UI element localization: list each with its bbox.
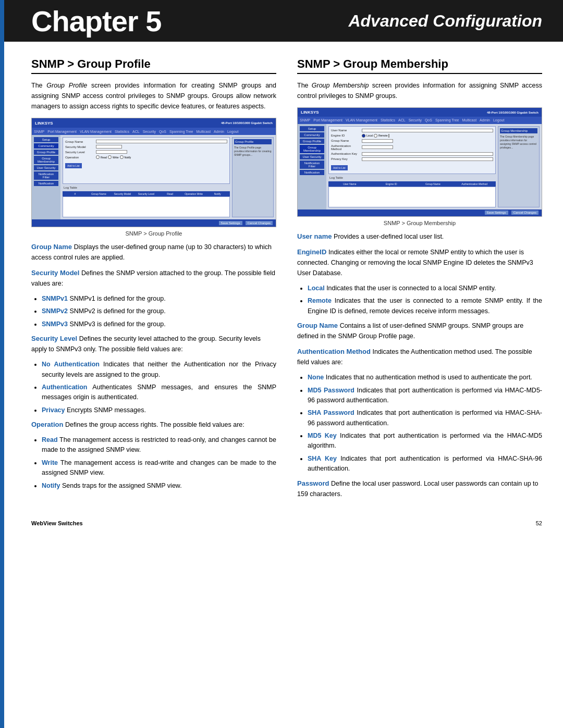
bullet-notify: Notify Sends traps for the assigned SNMP… xyxy=(42,481,276,491)
footer-page-number: 52 xyxy=(536,520,542,526)
field-username-term: User name xyxy=(297,232,332,240)
field-operation: Operation Defines the group access right… xyxy=(31,419,276,430)
security-model-list: SNMPv1 SNMPv1 is defined for the group. … xyxy=(42,294,276,329)
bullet-sha-key: SHA Key Indicates that port authenticati… xyxy=(308,454,542,474)
field-engineid: EngineID Indicates either the local or r… xyxy=(297,247,542,278)
bullet-md5-key: MD5 Key Indicates that port authenticati… xyxy=(308,431,542,451)
field-security-model-term: Security Model xyxy=(31,269,79,277)
bullet-local: Local Indicates that the user is connect… xyxy=(308,283,542,293)
field-operation-desc: Defines the group access rights. The pos… xyxy=(65,421,244,428)
field-group-name-right-term: Group Name xyxy=(297,322,338,329)
left-screenshot: LINKSYS 48-Port 10/100/1000 Gigabit Swit… xyxy=(31,118,276,227)
bullet-remote: Remote Indicates that the user is connec… xyxy=(308,296,542,316)
bullet-none: None Indicates that no authentication me… xyxy=(308,373,542,382)
field-security-level: Security Level Defines the security leve… xyxy=(31,334,276,354)
auth-method-list: None Indicates that no authentication me… xyxy=(308,373,542,474)
field-auth-method: Authentication Method Indicates the Auth… xyxy=(297,347,542,367)
right-column: SNMP > Group Membership The Group Member… xyxy=(297,57,542,504)
page-header: Chapter 5 Advanced Configuration xyxy=(0,0,563,42)
field-username: User name Provides a user-defined local … xyxy=(297,231,542,242)
bullet-snmpv3: SNMPv3 SNMPv3 is defined for the group. xyxy=(42,319,276,329)
field-security-level-term: Security Level xyxy=(31,335,77,342)
bullet-read: Read The management access is restricted… xyxy=(42,435,276,455)
bullet-snmpv2: SNMPv2 SNMPv2 is defined for the group. xyxy=(42,306,276,316)
right-screenshot-caption: SNMP > Group Membership xyxy=(297,220,542,226)
bullet-write: Write The management access is read-writ… xyxy=(42,458,276,478)
bullet-snmpv1: SNMPv1 SNMPv1 is defined for the group. xyxy=(42,294,276,304)
field-password-term: Password xyxy=(297,479,329,487)
field-group-name-term: Group Name xyxy=(31,243,72,251)
left-intro: The Group Profile screen provides inform… xyxy=(31,80,276,112)
chapter-title: Chapter 5 xyxy=(31,4,161,38)
engineid-list: Local Indicates that the user is connect… xyxy=(308,283,542,316)
field-password-desc: Define the local user password. Local us… xyxy=(297,480,538,498)
field-auth-method-term: Authentication Method xyxy=(297,348,371,355)
field-operation-term: Operation xyxy=(31,421,63,428)
right-screenshot: LINKSYS 48-Port 10/100/1000 Gigabit Swit… xyxy=(297,107,542,217)
operation-list: Read The management access is restricted… xyxy=(42,435,276,491)
bullet-authentication: Authentication Authenticates SNMP messag… xyxy=(42,382,276,403)
bullet-sha-password: SHA Password Indicates that port authent… xyxy=(308,408,542,428)
field-group-name: Group Name Displays the user-defined gro… xyxy=(31,242,276,263)
footer-left-text: WebView Switches xyxy=(31,520,83,526)
field-username-desc: Provides a user-defined local user list. xyxy=(334,233,444,240)
field-security-model: Security Model Defines the SNMP version … xyxy=(31,268,276,289)
section-title-header: Advanced Configuration xyxy=(348,11,542,31)
bullet-privacy: Privacy Encrypts SNMP messages. xyxy=(42,405,276,415)
bullet-md5-password: MD5 Password Indicates that port authent… xyxy=(308,386,542,406)
right-section-title: SNMP > Group Membership xyxy=(297,57,542,74)
page-footer: WebView Switches 52 xyxy=(0,520,563,537)
left-screenshot-caption: SNMP > Group Profile xyxy=(31,230,276,237)
field-engineid-term: EngineID xyxy=(297,248,326,256)
security-level-list: No Authentication Indicates that neither… xyxy=(42,360,276,415)
field-password: Password Define the local user password.… xyxy=(297,478,542,499)
left-section-title: SNMP > Group Profile xyxy=(31,57,276,74)
right-intro: The Group Membership screen provides inf… xyxy=(297,80,542,101)
main-content: SNMP > Group Profile The Group Profile s… xyxy=(0,42,563,520)
left-column: SNMP > Group Profile The Group Profile s… xyxy=(31,57,276,504)
blue-left-bar xyxy=(0,0,4,728)
bullet-no-auth: No Authentication Indicates that neither… xyxy=(42,360,276,380)
field-group-name-right: Group Name Contains a list of user-defin… xyxy=(297,320,542,341)
field-engineid-desc: Indicates either the local or remote SNM… xyxy=(297,249,533,277)
